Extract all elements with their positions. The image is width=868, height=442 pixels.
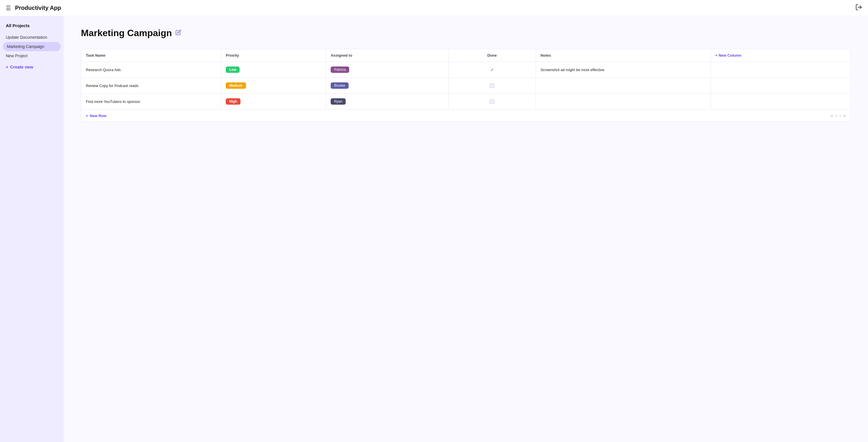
menu-icon[interactable]: ☰ <box>6 5 11 11</box>
cell-notes <box>536 94 710 109</box>
header-left: ☰ Productivity App <box>6 5 61 11</box>
page-header: Marketing Campaign <box>81 28 851 38</box>
sidebar-item-update-documentation[interactable]: Update Documentation <box>0 33 64 42</box>
assignee-badge: Patricia <box>331 66 349 73</box>
priority-badge: Medium <box>226 83 246 89</box>
cell-done[interactable]: ✓ <box>448 62 536 78</box>
col-header-done: Done <box>448 49 536 62</box>
checkbox-unchecked[interactable] <box>490 99 494 104</box>
table-row: Research Quora AdsLowPatricia✓Screenshot… <box>81 62 850 78</box>
task-table: Task Name Priority Assigned to Done Note <box>81 49 850 109</box>
edit-icon[interactable] <box>176 30 181 37</box>
create-new-button[interactable]: + Create new <box>0 62 64 72</box>
cell-assigned-to[interactable]: Brooke <box>326 78 448 94</box>
sidebar-section-title: All Projects <box>0 23 64 28</box>
table-row: Find more YouTubers to sponsorHighRyan <box>81 94 850 109</box>
last-page-button[interactable]: » <box>843 113 846 118</box>
next-page-button[interactable]: › <box>839 113 841 118</box>
assignee-badge: Brooke <box>331 83 349 89</box>
col-header-priority: Priority <box>221 49 326 62</box>
cell-task-name: Review Copy for Podcast reads <box>81 78 221 94</box>
cell-new-column <box>710 78 850 94</box>
main-content: Marketing Campaign Task Name Priority <box>64 16 868 442</box>
sidebar-item-new-project[interactable]: New Project <box>0 51 64 60</box>
assignee-badge: Ryan <box>331 98 346 105</box>
cell-task-name: Find more YouTubers to sponsor <box>81 94 221 109</box>
cell-new-column <box>710 94 850 109</box>
cell-assigned-to[interactable]: Ryan <box>326 94 448 109</box>
cell-new-column <box>710 62 850 78</box>
logout-icon[interactable] <box>855 4 862 12</box>
cell-notes <box>536 78 710 94</box>
sidebar: All Projects Update Documentation Market… <box>0 16 64 442</box>
cell-priority[interactable]: Medium <box>221 78 326 94</box>
priority-badge: High <box>226 98 241 105</box>
plus-icon: + <box>6 64 8 69</box>
table-header-row: Task Name Priority Assigned to Done Note <box>81 49 850 62</box>
plus-icon: + <box>86 114 88 118</box>
col-header-new-column[interactable]: + New Column <box>710 49 850 62</box>
col-header-assigned-to: Assigned to <box>326 49 448 62</box>
plus-icon: + <box>715 53 718 58</box>
new-column-button[interactable]: + New Column <box>715 53 846 58</box>
priority-badge: Low <box>226 66 240 73</box>
cell-done[interactable] <box>448 78 536 94</box>
cell-assigned-to[interactable]: Patricia <box>326 62 448 78</box>
table-row: Review Copy for Podcast readsMediumBrook… <box>81 78 850 94</box>
pagination-controls: « ‹ › » <box>831 113 846 118</box>
app-title: Productivity App <box>15 5 61 11</box>
col-header-notes: Notes <box>536 49 710 62</box>
col-header-task-name: Task Name <box>81 49 221 62</box>
new-row-button[interactable]: + New Row <box>86 114 106 118</box>
first-page-button[interactable]: « <box>831 113 833 118</box>
cell-priority[interactable]: Low <box>221 62 326 78</box>
header: ☰ Productivity App <box>0 0 868 16</box>
cell-notes: Screenshot ad might be most effective <box>536 62 710 78</box>
checkbox-checked[interactable]: ✓ <box>490 67 494 72</box>
sidebar-item-marketing-campaign[interactable]: Marketing Campaign <box>3 42 61 51</box>
cell-priority[interactable]: High <box>221 94 326 109</box>
cell-task-name: Research Quora Ads <box>81 62 221 78</box>
layout: All Projects Update Documentation Market… <box>0 16 868 442</box>
checkbox-unchecked[interactable] <box>490 83 494 88</box>
prev-page-button[interactable]: ‹ <box>835 113 837 118</box>
page-title: Marketing Campaign <box>81 28 172 38</box>
task-table-container: Task Name Priority Assigned to Done Note <box>81 49 851 122</box>
table-footer: + New Row « ‹ › » <box>81 109 850 122</box>
cell-done[interactable] <box>448 94 536 109</box>
